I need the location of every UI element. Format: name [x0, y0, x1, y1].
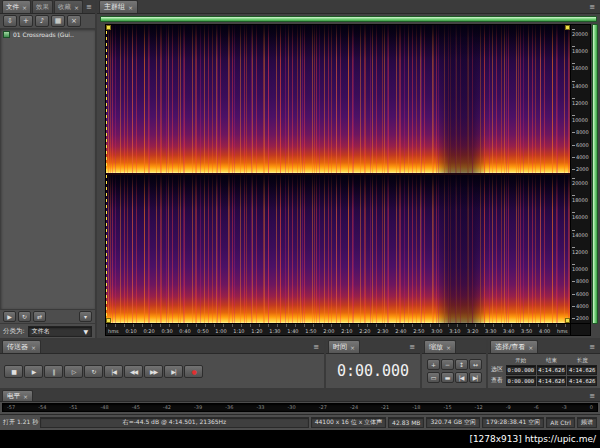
list-item[interactable]: 01 Crossroads (Gui.. [0, 29, 95, 40]
tab-favorites[interactable]: 收藏× [54, 0, 83, 13]
panel-options-button[interactable]: ▾ [79, 311, 92, 322]
time-tick: 2:00 [323, 328, 334, 334]
tab-time[interactable]: 时间× [328, 340, 360, 353]
time-ruler[interactable]: hms 0:10 0:20 0:30 0:40 0:50 1:00 1:10 1… [106, 323, 570, 335]
new-file-button[interactable]: + [19, 15, 33, 27]
selection-handle[interactable] [106, 25, 111, 30]
transport-buttons: ■ ▶ ‖ ▷ ↻ |◀ ◀◀ ▶▶ ▶| ● [4, 365, 203, 378]
time-display[interactable]: 0:00.000 [337, 362, 409, 380]
record-button[interactable]: ● [184, 365, 203, 378]
zoom-out-horizontal-button[interactable]: − [441, 359, 454, 370]
close-icon[interactable]: × [528, 344, 533, 351]
auto-play-button[interactable]: ⇄ [33, 311, 46, 322]
tab-zoom[interactable]: 缩放× [424, 340, 456, 353]
view-start-value[interactable]: 0:00.000 [506, 376, 536, 386]
selection-end-value[interactable]: 4:14.626 [537, 365, 567, 375]
frequency-ruler[interactable]: 20000 18000 16000 14000 12000 10000 8000… [571, 24, 591, 336]
close-icon[interactable]: × [74, 4, 79, 11]
insert-cd-button[interactable]: ▦ [51, 15, 65, 27]
pause-button[interactable]: ‖ [44, 365, 63, 378]
go-to-start-button[interactable]: |◀ [104, 365, 123, 378]
zoom-to-selection-button[interactable]: ▬ [441, 372, 454, 383]
time-tick: 3:40 [503, 328, 514, 334]
spectrogram-right-channel[interactable] [106, 175, 570, 323]
rewind-button[interactable]: ◀◀ [124, 365, 143, 378]
selection-start-value[interactable]: 0:00.000 [506, 365, 536, 375]
level-meter[interactable]: -57 -54 -51 -48 -45 -42 -39 -36 -33 -30 … [2, 403, 598, 412]
time-tick: 2:40 [395, 328, 406, 334]
tab-selection-view-label: 选择/查看 [495, 342, 525, 352]
file-list[interactable]: 01 Crossroads (Gui.. [0, 29, 95, 309]
panel-menu-icon[interactable]: ≡ [407, 343, 417, 351]
play-preview-button[interactable]: ▶ [3, 311, 16, 322]
selection-handle[interactable] [565, 318, 570, 323]
selection-view-panel: 选择/查看× ≡ 开始 结束 长度 选区 0:00.000 4:14.626 4… [488, 340, 600, 388]
status-bar: 打开 1.21 秒 右=-44.5 dB @ 4:14.501, 21365Hz… [0, 414, 600, 430]
tab-files[interactable]: 文件× [2, 0, 31, 13]
zoom-right-edge-button[interactable]: ▶| [469, 372, 482, 383]
close-icon[interactable]: × [446, 344, 451, 351]
tab-effects[interactable]: 效果 [32, 0, 53, 13]
loop-preview-button[interactable]: ↻ [18, 311, 31, 322]
tab-main-group[interactable]: 主群组× [99, 0, 138, 13]
close-file-button[interactable]: × [67, 15, 81, 27]
close-icon[interactable]: × [22, 4, 27, 11]
panel-menu-icon[interactable]: ≡ [84, 3, 94, 11]
zoom-full-button[interactable]: ▭ [427, 372, 440, 383]
zoom-in-horizontal-button[interactable]: + [427, 359, 440, 370]
sort-dropdown[interactable]: 文件名 ▼ [28, 326, 92, 337]
tab-transport-label: 传送器 [7, 342, 28, 352]
selection-length-value[interactable]: 4:14.626 [567, 365, 597, 375]
sort-value: 文件名 [32, 327, 50, 336]
close-icon[interactable]: × [23, 393, 28, 400]
view-end-value[interactable]: 4:14.626 [537, 376, 567, 386]
main-group-panel: 主群组× ≡ [97, 0, 600, 338]
view-length-value[interactable]: 4:14.626 [567, 376, 597, 386]
stop-button[interactable]: ■ [4, 365, 23, 378]
close-icon[interactable]: × [350, 344, 355, 351]
import-file-button[interactable]: ⇩ [3, 15, 17, 27]
tab-transport[interactable]: 传送器× [2, 340, 41, 353]
close-icon[interactable]: × [128, 4, 133, 11]
time-tick: 3:50 [521, 328, 532, 334]
go-to-end-button[interactable]: ▶| [164, 365, 183, 378]
close-icon[interactable]: × [31, 344, 36, 351]
table-row: 查看 0:00.000 4:14.626 4:14.626 [491, 376, 597, 386]
status-open-time: 打开 1.21 秒 [3, 418, 38, 427]
db-tick: -54 [38, 404, 46, 410]
navigator-corner [592, 324, 598, 336]
zoom-out-vertical-button[interactable]: ↔ [469, 359, 482, 370]
freq-tick: 14000 [572, 228, 590, 238]
spectrogram-left-channel[interactable] [106, 25, 570, 173]
transport-body: ■ ▶ ‖ ▷ ↻ |◀ ◀◀ ▶▶ ▶| ● [0, 354, 324, 388]
db-tick: -30 [288, 404, 296, 410]
panel-menu-icon[interactable]: ≡ [587, 3, 597, 11]
panel-menu-icon[interactable]: ≡ [587, 343, 597, 351]
files-panel-tabstrip: 文件× 效果 收藏× ≡ [0, 0, 95, 14]
vertical-zoom-navigator[interactable] [592, 24, 598, 324]
time-tick: 0:50 [197, 328, 208, 334]
playhead-cursor[interactable] [106, 25, 107, 323]
horizontal-zoom-navigator[interactable] [100, 16, 597, 22]
time-tick: 3:20 [467, 328, 478, 334]
tab-level[interactable]: 电平× [2, 390, 33, 401]
insert-multitrack-button[interactable]: ♪ [35, 15, 49, 27]
play-button[interactable]: ▶ [24, 365, 43, 378]
audio-file-icon [3, 31, 10, 38]
selection-tabstrip: 选择/查看× ≡ [488, 340, 600, 354]
zoom-left-edge-button[interactable]: |◀ [455, 372, 468, 383]
play-loop-button[interactable]: ↻ [84, 365, 103, 378]
zoom-in-vertical-button[interactable]: ↕ [455, 359, 468, 370]
tab-selection-view[interactable]: 选择/查看× [490, 340, 538, 353]
panel-menu-icon[interactable]: ≡ [311, 343, 321, 351]
selection-handle[interactable] [565, 25, 570, 30]
fast-forward-button[interactable]: ▶▶ [144, 365, 163, 378]
panel-menu-icon[interactable]: ≡ [587, 392, 597, 400]
spectrogram-display[interactable] [106, 25, 570, 323]
selection-handle[interactable] [106, 318, 111, 323]
status-format: 44100 x 16 位 x 立体声 [311, 417, 386, 428]
sort-row: 分类为: 文件名 ▼ [0, 323, 95, 338]
db-tick: -51 [69, 404, 77, 410]
play-spool-button[interactable]: ▷ [64, 365, 83, 378]
db-tick: -24 [350, 404, 358, 410]
